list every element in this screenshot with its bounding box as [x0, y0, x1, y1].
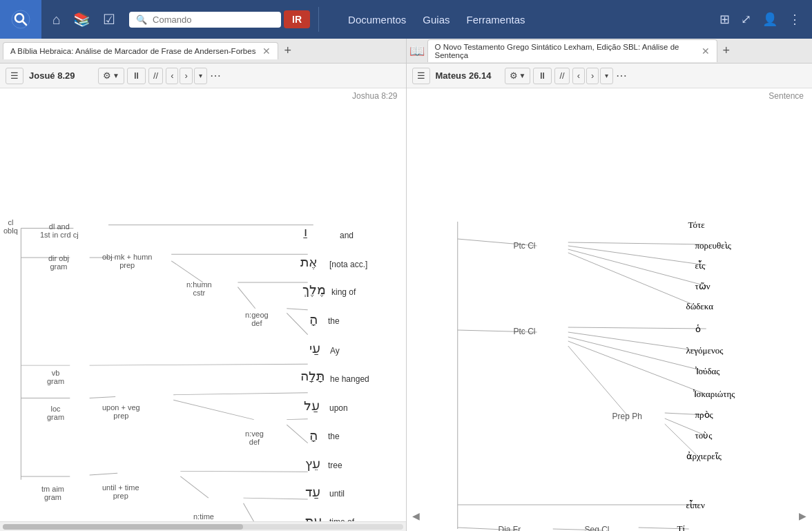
app-logo[interactable]: [0, 0, 41, 39]
right-menu-btn[interactable]: ☰: [412, 68, 430, 84]
node-loc-gram: locgram: [47, 405, 64, 421]
node-dir-obj: dir objgram: [48, 254, 69, 271]
node-n-humn: n:humncstr: [186, 280, 212, 297]
node-n-time-cstr: n:timecstr: [193, 512, 214, 521]
topbar-nav: Documentos Guias Ferramentas: [327, 14, 545, 26]
svg-line-12: [171, 261, 203, 282]
check-icon[interactable]: ☑: [103, 11, 115, 28]
node-cl-oblq: cloblq: [3, 218, 18, 235]
node-ptc-cl-1: Ptc Cl: [514, 241, 536, 251]
home-icon[interactable]: ⌂: [52, 12, 61, 28]
left-ref-text: Josué 8.29: [26, 70, 95, 81]
node-al-word: עַל: [304, 398, 320, 414]
left-tab-close[interactable]: ✕: [262, 46, 271, 57]
node-until-trans: until: [329, 489, 345, 499]
node-ay-word: עַי: [309, 340, 320, 356]
right-pause-btn[interactable]: ⏸: [533, 68, 552, 84]
right-prev-btn[interactable]: ‹: [572, 68, 585, 84]
right-toolbar: ☰ Mateus 26.14 ⚙ ▼ ⏸ // ‹ › ▾ ⋯: [407, 64, 813, 88]
svg-line-15: [287, 309, 307, 310]
node-tm-aim: tm aimgram: [41, 485, 64, 501]
left-next-btn[interactable]: ›: [180, 68, 192, 84]
right-link-btn[interactable]: //: [554, 68, 569, 84]
node-dwdeka: δώδεκα: [686, 301, 714, 312]
grid-icon[interactable]: ⊞: [719, 12, 730, 27]
right-next-btn[interactable]: ›: [586, 68, 599, 84]
svg-line-16: [287, 313, 307, 334]
svg-line-32: [568, 242, 706, 244]
node-seg-cl-1: Seg Cl: [585, 525, 610, 531]
right-tab-bar: 📖 O Novo Testamento Grego Sintático Lexh…: [407, 39, 813, 64]
node-prep-ph: Prep Ph: [612, 412, 642, 421]
node-ioudas: Ἰούδας: [695, 366, 720, 377]
node-et-word: עֵת: [305, 513, 322, 521]
node-ptc-cl-2: Ptc Cl: [514, 327, 536, 336]
left-pause-btn[interactable]: ⏸: [127, 68, 146, 84]
more-icon[interactable]: ⋮: [789, 12, 801, 27]
search-box[interactable]: 🔍: [129, 12, 281, 28]
topbar-right: ⊞ ⤢ 👤 ⋮: [719, 12, 812, 27]
node-upon-veg: upon + vegprep: [102, 403, 140, 420]
left-tab-bar: A Bíblia Hebraica: Análise de Marcador d…: [0, 39, 406, 64]
node-legomenos: λεγόμενος: [686, 345, 724, 356]
svg-line-35: [568, 253, 697, 307]
right-tab-close[interactable]: ✕: [702, 46, 710, 57]
node-dl-and: dl and1st in crd cj: [40, 222, 79, 239]
ir-button[interactable]: IR: [284, 10, 310, 28]
node-poreuths: πορευθεὶς: [695, 240, 731, 251]
nav-divider: [318, 7, 319, 32]
nav-ferramentas[interactable]: Ferramentas: [467, 14, 525, 26]
left-tab-label: A Bíblia Hebraica: Análise de Marcador d…: [10, 47, 255, 55]
left-scrollbar-thumb[interactable]: [3, 524, 243, 530]
nav-documentos[interactable]: Documentos: [348, 14, 406, 26]
node-n-veg: n:vegdef: [245, 429, 264, 446]
right-scroll-right-arrow[interactable]: ▶: [796, 510, 809, 521]
right-nav-more-btn[interactable]: ▾: [600, 68, 613, 84]
maximize-icon[interactable]: ⤢: [741, 12, 751, 27]
right-tab-add[interactable]: +: [717, 44, 736, 58]
main-area: A Bíblia Hebraica: Análise de Marcador d…: [0, 39, 812, 531]
left-scrollbar[interactable]: [0, 521, 406, 531]
svg-line-34: [568, 249, 706, 286]
left-tab[interactable]: A Bíblia Hebraica: Análise de Marcador d…: [3, 42, 278, 59]
user-icon[interactable]: 👤: [762, 12, 777, 27]
svg-line-25: [180, 476, 209, 498]
right-settings-btn[interactable]: ⚙ ▼: [505, 68, 531, 84]
right-more-btn[interactable]: ⋯: [616, 69, 627, 82]
sentence-label: Sentence: [407, 88, 813, 101]
node-nota-acc: [nota acc.]: [329, 260, 367, 269]
left-link-btn[interactable]: //: [148, 68, 163, 84]
left-scrollbar-track: [3, 524, 403, 530]
right-scroll-left-arrow[interactable]: ◀: [409, 510, 423, 521]
search-input[interactable]: [153, 15, 256, 25]
svg-line-27: [244, 503, 255, 521]
node-ti: Τί: [677, 523, 685, 531]
node-twn: τῶν: [695, 281, 710, 292]
left-more-btn[interactable]: ⋯: [210, 69, 221, 82]
node-tala-word: תָּלָה: [300, 368, 325, 384]
svg-line-19: [173, 393, 307, 395]
left-settings-btn[interactable]: ⚙ ▼: [98, 68, 124, 84]
svg-line-20: [173, 400, 253, 419]
right-tab[interactable]: O Novo Testamento Grego Sintático Lexham…: [427, 39, 717, 62]
node-dia-fr: Dia Fr: [499, 525, 521, 531]
left-scroll-area[interactable]: Joshua 8:29: [0, 88, 406, 521]
svg-point-0: [12, 10, 30, 28]
right-scroll-area[interactable]: Sentence: [407, 88, 813, 531]
node-the2: the: [328, 432, 340, 441]
search-icon: 🔍: [136, 15, 147, 25]
node-upon-trans: upon: [329, 403, 348, 413]
svg-line-14: [238, 287, 255, 309]
nav-guias[interactable]: Guias: [423, 14, 450, 26]
right-ref-text: Mateus 26.14: [433, 70, 502, 81]
left-prev-btn[interactable]: ‹: [166, 68, 178, 84]
library-icon[interactable]: 📚: [73, 11, 90, 28]
left-tab-add[interactable]: +: [278, 44, 297, 58]
svg-line-18: [90, 397, 115, 398]
node-iskariwtis: Ἰσκαριώτης: [693, 389, 735, 400]
node-he-hanged: he hanged: [330, 374, 369, 384]
left-menu-btn[interactable]: ☰: [6, 68, 23, 84]
left-nav-more-btn[interactable]: ▾: [194, 68, 207, 84]
svg-line-26: [244, 498, 308, 499]
svg-line-39: [568, 337, 706, 371]
